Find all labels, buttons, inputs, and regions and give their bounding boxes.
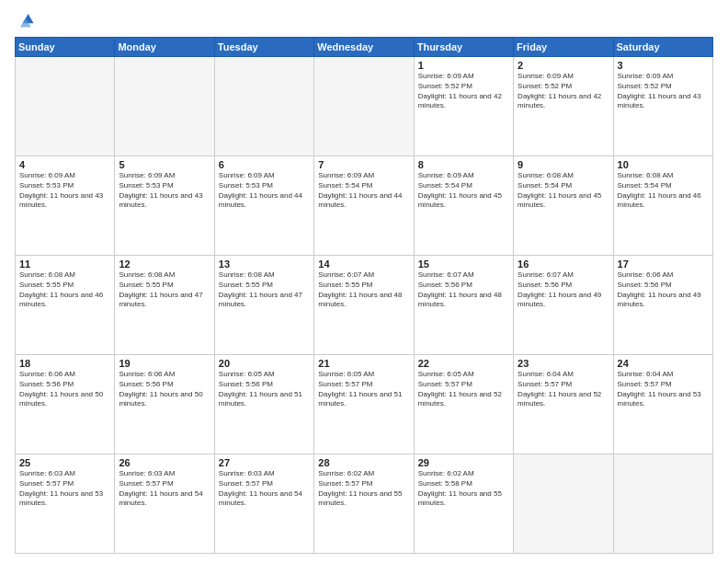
calendar-cell xyxy=(214,57,313,156)
day-info: Sunrise: 6:04 AMSunset: 5:57 PMDaylight:… xyxy=(618,370,709,409)
day-number: 4 xyxy=(19,159,110,170)
weekday-header: Tuesday xyxy=(214,38,313,57)
day-number: 17 xyxy=(618,259,709,270)
day-number: 25 xyxy=(19,457,110,468)
calendar-cell: 26Sunrise: 6:03 AMSunset: 5:57 PMDayligh… xyxy=(115,454,214,554)
calendar-cell: 7Sunrise: 6:09 AMSunset: 5:54 PMDaylight… xyxy=(314,156,414,256)
day-info: Sunrise: 6:07 AMSunset: 5:56 PMDaylight:… xyxy=(518,270,609,310)
day-info: Sunrise: 6:09 AMSunset: 5:54 PMDaylight:… xyxy=(418,171,509,211)
day-info: Sunrise: 6:02 AMSunset: 5:57 PMDaylight:… xyxy=(318,469,409,509)
calendar-cell xyxy=(16,57,115,156)
weekday-header: Friday xyxy=(514,38,613,57)
calendar-cell: 22Sunrise: 6:05 AMSunset: 5:57 PMDayligh… xyxy=(414,355,513,454)
day-info: Sunrise: 6:09 AMSunset: 5:52 PMDaylight:… xyxy=(518,72,609,111)
day-info: Sunrise: 6:06 AMSunset: 5:56 PMDaylight:… xyxy=(19,370,110,409)
calendar-cell xyxy=(613,454,712,554)
calendar-cell: 16Sunrise: 6:07 AMSunset: 5:56 PMDayligh… xyxy=(514,256,613,355)
day-number: 2 xyxy=(518,60,609,71)
day-info: Sunrise: 6:09 AMSunset: 5:52 PMDaylight:… xyxy=(418,72,509,111)
calendar-cell: 8Sunrise: 6:09 AMSunset: 5:54 PMDaylight… xyxy=(414,156,513,256)
day-info: Sunrise: 6:04 AMSunset: 5:57 PMDaylight:… xyxy=(518,370,609,409)
day-number: 13 xyxy=(219,259,310,270)
header xyxy=(15,11,713,31)
calendar-cell: 6Sunrise: 6:09 AMSunset: 5:53 PMDaylight… xyxy=(214,156,313,256)
calendar-cell: 2Sunrise: 6:09 AMSunset: 5:52 PMDaylight… xyxy=(514,57,613,156)
day-number: 16 xyxy=(518,259,609,270)
weekday-header: Thursday xyxy=(414,38,513,57)
calendar-cell: 27Sunrise: 6:03 AMSunset: 5:57 PMDayligh… xyxy=(214,454,313,554)
calendar-cell: 21Sunrise: 6:05 AMSunset: 5:57 PMDayligh… xyxy=(314,355,414,454)
day-number: 20 xyxy=(219,358,310,369)
calendar-cell: 29Sunrise: 6:02 AMSunset: 5:58 PMDayligh… xyxy=(414,454,513,554)
calendar-cell: 19Sunrise: 6:06 AMSunset: 5:56 PMDayligh… xyxy=(115,355,214,454)
day-number: 19 xyxy=(119,358,210,369)
calendar-cell xyxy=(115,57,214,156)
day-info: Sunrise: 6:05 AMSunset: 5:56 PMDaylight:… xyxy=(219,370,310,409)
day-info: Sunrise: 6:06 AMSunset: 5:56 PMDaylight:… xyxy=(119,370,210,409)
day-info: Sunrise: 6:07 AMSunset: 5:55 PMDaylight:… xyxy=(318,270,409,310)
calendar-cell: 24Sunrise: 6:04 AMSunset: 5:57 PMDayligh… xyxy=(613,355,712,454)
day-info: Sunrise: 6:08 AMSunset: 5:54 PMDaylight:… xyxy=(518,171,609,211)
calendar-cell: 1Sunrise: 6:09 AMSunset: 5:52 PMDaylight… xyxy=(414,57,513,156)
day-info: Sunrise: 6:08 AMSunset: 5:54 PMDaylight:… xyxy=(618,171,709,211)
day-number: 26 xyxy=(119,457,210,468)
calendar-cell: 17Sunrise: 6:06 AMSunset: 5:56 PMDayligh… xyxy=(613,256,712,355)
calendar-cell: 3Sunrise: 6:09 AMSunset: 5:52 PMDaylight… xyxy=(613,57,712,156)
week-row: 11Sunrise: 6:08 AMSunset: 5:55 PMDayligh… xyxy=(16,256,713,355)
day-number: 3 xyxy=(618,60,709,71)
day-number: 27 xyxy=(219,457,310,468)
day-number: 21 xyxy=(318,358,409,369)
week-row: 4Sunrise: 6:09 AMSunset: 5:53 PMDaylight… xyxy=(16,156,713,256)
day-number: 18 xyxy=(19,358,110,369)
calendar-cell: 25Sunrise: 6:03 AMSunset: 5:57 PMDayligh… xyxy=(16,454,115,554)
day-number: 5 xyxy=(119,159,210,170)
day-number: 28 xyxy=(318,457,409,468)
day-number: 7 xyxy=(318,159,409,170)
logo xyxy=(15,11,39,31)
weekday-header: Sunday xyxy=(16,38,115,57)
calendar-cell: 12Sunrise: 6:08 AMSunset: 5:55 PMDayligh… xyxy=(115,256,214,355)
day-number: 10 xyxy=(618,159,709,170)
weekday-header: Saturday xyxy=(613,38,712,57)
day-info: Sunrise: 6:08 AMSunset: 5:55 PMDaylight:… xyxy=(19,270,110,310)
day-info: Sunrise: 6:08 AMSunset: 5:55 PMDaylight:… xyxy=(119,270,210,310)
day-info: Sunrise: 6:05 AMSunset: 5:57 PMDaylight:… xyxy=(418,370,509,409)
day-number: 1 xyxy=(418,60,509,71)
week-row: 18Sunrise: 6:06 AMSunset: 5:56 PMDayligh… xyxy=(16,355,713,454)
day-number: 6 xyxy=(219,159,310,170)
calendar-cell: 10Sunrise: 6:08 AMSunset: 5:54 PMDayligh… xyxy=(613,156,712,256)
day-info: Sunrise: 6:08 AMSunset: 5:55 PMDaylight:… xyxy=(219,270,310,310)
weekday-header: Monday xyxy=(115,38,214,57)
calendar-cell xyxy=(514,454,613,554)
calendar-cell xyxy=(314,57,414,156)
day-number: 23 xyxy=(518,358,609,369)
page: SundayMondayTuesdayWednesdayThursdayFrid… xyxy=(0,0,728,563)
day-number: 15 xyxy=(418,259,509,270)
calendar-cell: 15Sunrise: 6:07 AMSunset: 5:56 PMDayligh… xyxy=(414,256,513,355)
calendar-cell: 28Sunrise: 6:02 AMSunset: 5:57 PMDayligh… xyxy=(314,454,414,554)
day-number: 22 xyxy=(418,358,509,369)
logo-icon xyxy=(15,11,35,31)
day-info: Sunrise: 6:09 AMSunset: 5:53 PMDaylight:… xyxy=(119,171,210,211)
day-info: Sunrise: 6:09 AMSunset: 5:54 PMDaylight:… xyxy=(318,171,409,211)
day-info: Sunrise: 6:09 AMSunset: 5:52 PMDaylight:… xyxy=(618,72,709,111)
week-row: 25Sunrise: 6:03 AMSunset: 5:57 PMDayligh… xyxy=(16,454,713,554)
day-info: Sunrise: 6:05 AMSunset: 5:57 PMDaylight:… xyxy=(318,370,409,409)
calendar-cell: 4Sunrise: 6:09 AMSunset: 5:53 PMDaylight… xyxy=(16,156,115,256)
day-number: 29 xyxy=(418,457,509,468)
day-info: Sunrise: 6:03 AMSunset: 5:57 PMDaylight:… xyxy=(19,469,110,509)
day-info: Sunrise: 6:06 AMSunset: 5:56 PMDaylight:… xyxy=(618,270,709,310)
day-info: Sunrise: 6:02 AMSunset: 5:58 PMDaylight:… xyxy=(418,469,509,509)
day-number: 12 xyxy=(119,259,210,270)
day-info: Sunrise: 6:09 AMSunset: 5:53 PMDaylight:… xyxy=(219,171,310,211)
calendar-cell: 23Sunrise: 6:04 AMSunset: 5:57 PMDayligh… xyxy=(514,355,613,454)
calendar-cell: 18Sunrise: 6:06 AMSunset: 5:56 PMDayligh… xyxy=(16,355,115,454)
day-number: 8 xyxy=(418,159,509,170)
weekday-header: Wednesday xyxy=(314,38,414,57)
calendar-cell: 14Sunrise: 6:07 AMSunset: 5:55 PMDayligh… xyxy=(314,256,414,355)
day-number: 9 xyxy=(518,159,609,170)
calendar-cell: 9Sunrise: 6:08 AMSunset: 5:54 PMDaylight… xyxy=(514,156,613,256)
day-info: Sunrise: 6:09 AMSunset: 5:53 PMDaylight:… xyxy=(19,171,110,211)
calendar-cell: 5Sunrise: 6:09 AMSunset: 5:53 PMDaylight… xyxy=(115,156,214,256)
day-number: 24 xyxy=(618,358,709,369)
